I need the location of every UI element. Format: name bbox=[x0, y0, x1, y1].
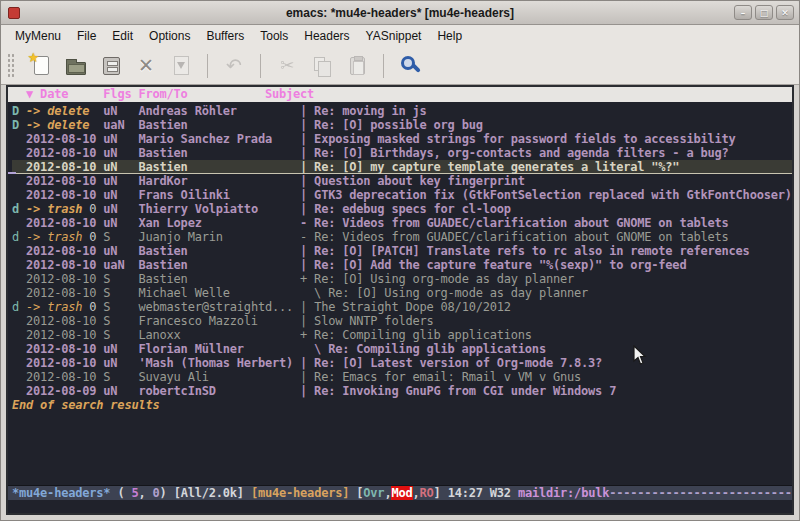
close-button[interactable]: ✕ bbox=[776, 5, 794, 20]
row-from: Michael Welle bbox=[138, 286, 300, 300]
echo-area[interactable] bbox=[8, 500, 792, 513]
new-file-icon bbox=[34, 56, 49, 75]
row-date: 2012-08-10 bbox=[26, 286, 96, 300]
row-mark bbox=[12, 174, 26, 188]
paste-icon bbox=[350, 57, 365, 75]
row-from: Frans Oilinki bbox=[138, 188, 300, 202]
message-row[interactable]: 2012-08-10 uaN Bastien | Re: [O] Add the… bbox=[12, 258, 792, 272]
modeline-segment: , bbox=[413, 486, 420, 500]
row-from: Florian Müllner bbox=[138, 342, 300, 356]
row-flags: uN bbox=[103, 104, 138, 118]
row-subject: GTK3 deprecation fix (GtkFontSelection r… bbox=[314, 188, 792, 202]
row-mark: d bbox=[12, 230, 26, 244]
modeline-segment: 0 bbox=[153, 486, 160, 500]
maximize-button[interactable]: □ bbox=[755, 5, 773, 20]
minimize-button[interactable]: – bbox=[734, 5, 752, 20]
message-row[interactable]: 2012-08-10 uN Bastien | Re: [O] my captu… bbox=[12, 160, 792, 174]
undo-icon: ↶ bbox=[226, 56, 242, 75]
mode-line: *mu4e-headers* ( 5, 0) [All/2.0k] [mu4e-… bbox=[8, 485, 792, 500]
row-subject: Re: Videos from GUADEC/clarification abo… bbox=[314, 216, 728, 230]
emacs-window: emacs: *mu4e-headers* [mu4e-headers] –□✕… bbox=[0, 0, 800, 521]
row-date: 2012-08-10 bbox=[26, 272, 96, 286]
close-button[interactable]: ✕ bbox=[131, 51, 161, 81]
menu-item-tools[interactable]: Tools bbox=[252, 26, 296, 46]
row-thread-indicator: + bbox=[300, 272, 314, 286]
row-date: 2012-08-09 bbox=[26, 384, 96, 398]
menu-item-file[interactable]: File bbox=[69, 26, 104, 46]
search-button[interactable] bbox=[395, 51, 425, 81]
message-row[interactable]: d -> trash 0 S Juanjo Marin - Re: Videos… bbox=[12, 230, 792, 244]
message-row[interactable]: 2012-08-10 S Suvayu Ali | Re: Emacs for … bbox=[12, 370, 792, 384]
message-row[interactable]: 2012-08-10 S Bastien + Re: [O] Using org… bbox=[12, 272, 792, 286]
row-thread-indicator: | bbox=[300, 300, 314, 314]
row-date: -> delete bbox=[26, 104, 96, 118]
message-row[interactable]: 2012-08-09 uN robertcInSD | Re: Invoking… bbox=[12, 384, 792, 398]
message-row[interactable]: 2012-08-10 S Lanoxx + Re: Compiling glib… bbox=[12, 328, 792, 342]
row-flags: S bbox=[103, 370, 138, 384]
message-row[interactable]: D -> delete uN Andreas Röhler | Re: movi… bbox=[12, 104, 792, 118]
title-bar[interactable]: emacs: *mu4e-headers* [mu4e-headers] –□✕ bbox=[1, 1, 799, 25]
menu-item-options[interactable]: Options bbox=[141, 26, 198, 46]
header-column-from: From/To bbox=[138, 87, 264, 101]
header-column-subject: Subject bbox=[265, 87, 314, 101]
header-column-date: Date bbox=[40, 87, 103, 101]
row-mark bbox=[12, 258, 26, 272]
end-of-results-text: End of search results bbox=[12, 398, 792, 412]
row-mark bbox=[12, 244, 26, 258]
toolbar-grip[interactable] bbox=[7, 53, 15, 79]
copy-button bbox=[307, 51, 337, 81]
message-row[interactable]: d -> trash 0 uN Thierry Volpiatto | Re: … bbox=[12, 202, 792, 216]
headers-buffer[interactable]: D -> delete uN Andreas Röhler | Re: movi… bbox=[8, 102, 792, 485]
message-row[interactable]: 2012-08-10 S Michael Welle \ Re: [O] Usi… bbox=[12, 286, 792, 300]
window-menu-icon[interactable] bbox=[8, 7, 20, 19]
row-flags: uN bbox=[103, 202, 138, 216]
row-thread-indicator: - bbox=[300, 216, 314, 230]
save-button[interactable] bbox=[96, 51, 126, 81]
message-row[interactable]: 2012-08-10 uN Frans Oilinki | GTK3 depre… bbox=[12, 188, 792, 202]
save-as-button bbox=[166, 51, 196, 81]
message-row[interactable]: 2012-08-10 uN Bastien | Re: [O] Birthday… bbox=[12, 146, 792, 160]
menu-item-help[interactable]: Help bbox=[429, 26, 470, 46]
row-mark bbox=[12, 146, 26, 160]
row-flags: uN bbox=[103, 146, 138, 160]
message-row[interactable]: D -> delete uaN Bastien | Re: [O] possib… bbox=[12, 118, 792, 132]
row-mark bbox=[12, 160, 26, 174]
message-row[interactable]: 2012-08-10 uN HardKor | Question about k… bbox=[12, 174, 792, 188]
row-mark: D bbox=[12, 118, 26, 132]
message-row[interactable]: 2012-08-10 uN 'Mash (Thomas Herbert) | R… bbox=[12, 356, 792, 370]
row-subject: Re: [O] my capture template generates a … bbox=[314, 160, 679, 174]
menu-item-yasnippet[interactable]: YASnippet bbox=[358, 26, 430, 46]
menu-item-edit[interactable]: Edit bbox=[104, 26, 141, 46]
menu-item-mymenu[interactable]: MyMenu bbox=[7, 26, 69, 46]
row-thread-indicator: | bbox=[300, 258, 314, 272]
message-row[interactable]: 2012-08-10 uN Xan Lopez - Re: Videos fro… bbox=[12, 216, 792, 230]
message-row[interactable]: d -> trash 0 S webmaster@straightd... | … bbox=[12, 300, 792, 314]
row-subject: Re: edebug specs for cl-loop bbox=[314, 202, 511, 216]
row-from: webmaster@straightd... bbox=[138, 300, 300, 314]
search-icon bbox=[401, 56, 415, 70]
modeline-segment: ] bbox=[434, 486, 448, 500]
row-thread-indicator: | bbox=[300, 174, 314, 188]
menu-item-buffers[interactable]: Buffers bbox=[198, 26, 252, 46]
open-folder-button[interactable] bbox=[61, 51, 91, 81]
row-subject: Re: Emacs for email: Rmail v VM v Gnus bbox=[314, 370, 581, 384]
row-subject: Re: [O] Add the capture feature "%(sexp)… bbox=[314, 258, 686, 272]
row-from: robertcInSD bbox=[138, 384, 300, 398]
new-file-button[interactable] bbox=[26, 51, 56, 81]
row-date: -> trash bbox=[26, 202, 89, 216]
message-row[interactable]: 2012-08-10 uN Bastien | Re: [O] [PATCH] … bbox=[12, 244, 792, 258]
sort-indicator: ▼ bbox=[12, 87, 40, 101]
menu-item-headers[interactable]: Headers bbox=[296, 26, 357, 46]
row-from: Francesco Mazzoli bbox=[138, 314, 300, 328]
row-date: -> trash bbox=[26, 300, 89, 314]
row-date: -> delete bbox=[26, 118, 96, 132]
row-date: 2012-08-10 bbox=[26, 146, 96, 160]
row-flags: uN bbox=[103, 132, 138, 146]
emacs-frame: ▼ Date Flgs From/To Subject D -> delete … bbox=[6, 85, 794, 515]
message-row[interactable]: 2012-08-10 uN Florian Müllner \ Re: Comp… bbox=[12, 342, 792, 356]
row-subject: Re: Compiling glib applications bbox=[314, 328, 532, 342]
message-row[interactable]: 2012-08-10 S Francesco Mazzoli | Slow NN… bbox=[12, 314, 792, 328]
row-thread-indicator: | bbox=[300, 118, 314, 132]
message-row[interactable]: 2012-08-10 uN Mario Sanchez Prada | Expo… bbox=[12, 132, 792, 146]
row-mark bbox=[12, 286, 26, 300]
